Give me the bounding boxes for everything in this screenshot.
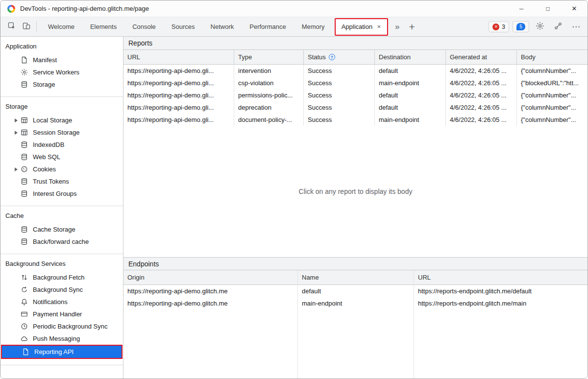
column-header-name[interactable]: Name (298, 270, 414, 285)
remote-devices-button[interactable] (551, 20, 565, 34)
settings-button[interactable] (533, 20, 547, 34)
report-cell-body[interactable]: {"columnNumber"... (517, 89, 588, 101)
sidebar-item-storage[interactable]: Storage (0, 78, 123, 91)
toggle-device-toolbar-button[interactable] (19, 20, 34, 34)
error-counter[interactable]: ✕ 3 (489, 21, 509, 32)
column-header-url[interactable]: URL (123, 50, 234, 65)
sidebar-item-session-storage[interactable]: Session Storage (0, 126, 123, 139)
sidebar-item-background-fetch[interactable]: Background Fetch (0, 271, 123, 284)
report-cell-type[interactable]: document-policy-... (234, 114, 304, 126)
report-cell-status[interactable]: Success (304, 114, 375, 126)
report-cell-type[interactable]: csp-violation (234, 77, 304, 89)
sidebar-item-web-sql[interactable]: Web SQL (0, 151, 123, 163)
report-cell-destination[interactable]: main-endpoint (375, 114, 446, 126)
report-cell-generated-at[interactable]: 4/6/2022, 4:26:05 ... (446, 65, 517, 77)
sidebar-item-local-storage[interactable]: Local Storage (0, 114, 123, 126)
endpoints-title: Endpoints (128, 260, 159, 268)
report-cell-body[interactable]: {"blockedURL":"htt... (517, 77, 588, 89)
report-cell-destination[interactable]: default (375, 101, 446, 114)
sidebar-item-indexeddb[interactable]: IndexedDB (0, 139, 123, 151)
tab-elements[interactable]: Elements (82, 17, 124, 36)
report-cell-status[interactable]: Success (304, 89, 375, 101)
sidebar-item-service-workers[interactable]: Service Workers (0, 66, 123, 78)
tab-performance[interactable]: Performance (242, 17, 294, 36)
report-cell-url[interactable]: https://reporting-api-demo.gli... (123, 77, 234, 89)
sidebar-item-notifications[interactable]: Notifications (0, 296, 123, 308)
sidebar-item-payment-handler[interactable]: Payment Handler (0, 308, 123, 320)
report-cell-destination[interactable]: main-endpoint (375, 77, 446, 89)
close-button[interactable]: ✕ (561, 0, 588, 17)
sidebar-item-cookies[interactable]: Cookies (0, 163, 123, 175)
close-tab-icon[interactable]: ✕ (377, 24, 381, 29)
report-cell-url[interactable]: https://reporting-api-demo.gli... (123, 114, 234, 126)
more-menu-button[interactable]: ⋯ (569, 20, 584, 34)
column-header-label: Origin (127, 274, 145, 281)
sidebar-item-label: Service Workers (33, 69, 79, 76)
report-cell-body[interactable]: {"columnNumber"... (517, 65, 588, 77)
sidebar-item-periodic-background-sync[interactable]: Periodic Background Sync (0, 320, 123, 332)
sidebar-item-manifest[interactable]: Manifest (0, 54, 123, 66)
tab-application[interactable]: Application✕ (336, 20, 387, 34)
sidebar-item-back-forward-cache[interactable]: Back/forward cache (0, 236, 123, 248)
column-header-origin[interactable]: Origin (123, 270, 297, 285)
sidebar-item-trust-tokens[interactable]: Trust Tokens (0, 175, 123, 188)
column-header-url[interactable]: URL (414, 270, 588, 285)
report-cell-body[interactable]: {"columnNumber"... (517, 114, 588, 126)
column-header-destination[interactable]: Destination (375, 50, 446, 65)
inspect-element-button[interactable] (4, 20, 19, 34)
disclosure-triangle-icon[interactable] (11, 167, 21, 171)
maximize-button[interactable]: □ (535, 0, 561, 17)
more-tabs-button[interactable]: » (390, 20, 405, 34)
tab-console[interactable]: Console (124, 17, 164, 36)
sidebar-item-background-sync[interactable]: Background Sync (0, 284, 123, 296)
report-cell-url[interactable]: https://reporting-api-demo.gli... (123, 101, 234, 114)
database-icon (21, 238, 29, 246)
report-cell-generated-at[interactable]: 4/6/2022, 4:26:05 ... (446, 77, 517, 89)
report-cell-generated-at[interactable]: 4/6/2022, 4:26:05 ... (446, 114, 517, 126)
report-cell-type[interactable]: permissions-polic... (234, 89, 304, 101)
endpoint-cell-name[interactable]: main-endpoint (298, 297, 414, 309)
tab-network[interactable]: Network (203, 17, 242, 36)
tab-welcome[interactable]: Welcome (40, 17, 82, 36)
sidebar-item-push-messaging[interactable]: Push Messaging (0, 332, 123, 345)
help-icon[interactable]: ? (329, 54, 335, 60)
add-tab-icon: + (409, 21, 415, 33)
column-header-status[interactable]: Status? (304, 50, 375, 65)
sidebar-item-reporting-api[interactable]: Reporting API (2, 346, 122, 358)
endpoint-cell-url[interactable]: https://reports-endpoint.glitch.me/defau… (414, 285, 588, 297)
issues-counter[interactable]: 5 (513, 21, 529, 32)
endpoint-cell-origin[interactable]: https://reporting-api-demo.glitch.me (123, 285, 297, 297)
report-cell-status[interactable]: Success (304, 65, 375, 77)
report-cell-destination[interactable]: default (375, 89, 446, 101)
column-header-body[interactable]: Body (517, 50, 588, 65)
report-cell-status[interactable]: Success (304, 101, 375, 114)
tab-label: Welcome (48, 23, 74, 30)
titlebar[interactable]: DevTools - reporting-api-demo.glitch.me/… (0, 0, 588, 17)
endpoint-cell-name[interactable]: default (298, 285, 414, 297)
disclosure-triangle-icon[interactable] (11, 131, 21, 135)
tab-sources[interactable]: Sources (164, 17, 203, 36)
sidebar-item-interest-groups[interactable]: Interest Groups (0, 188, 123, 200)
column-header-generated-at[interactable]: Generated at (446, 50, 517, 65)
report-cell-type[interactable]: intervention (234, 65, 304, 77)
endpoint-cell-url[interactable]: https://reports-endpoint.glitch.me/main (414, 297, 588, 309)
report-cell-type[interactable]: deprecation (234, 101, 304, 114)
sidebar-item-cache-storage[interactable]: Cache Storage (0, 223, 123, 236)
column-header-type[interactable]: Type (234, 50, 304, 65)
tab-memory[interactable]: Memory (294, 17, 333, 36)
report-cell-body[interactable]: {"columnNumber"... (517, 101, 588, 114)
cookie-icon (21, 166, 29, 173)
report-cell-generated-at[interactable]: 4/6/2022, 4:26:05 ... (446, 89, 517, 101)
report-cell-status[interactable]: Success (304, 77, 375, 89)
remote-devices-icon (554, 22, 563, 32)
endpoint-cell-origin[interactable]: https://reporting-api-demo.glitch.me (123, 297, 297, 309)
report-cell-destination[interactable]: default (375, 65, 446, 77)
disclosure-triangle-icon[interactable] (11, 118, 21, 122)
report-cell-generated-at[interactable]: 4/6/2022, 4:26:05 ... (446, 101, 517, 114)
report-cell-url[interactable]: https://reporting-api-demo.gli... (123, 65, 234, 77)
add-tab-button[interactable]: + (405, 20, 419, 34)
toolbar-divider (36, 22, 37, 32)
minimize-button[interactable]: ─ (508, 0, 535, 17)
report-cell-url[interactable]: https://reporting-api-demo.gli... (123, 89, 234, 101)
tab-label: Sources (172, 23, 195, 30)
